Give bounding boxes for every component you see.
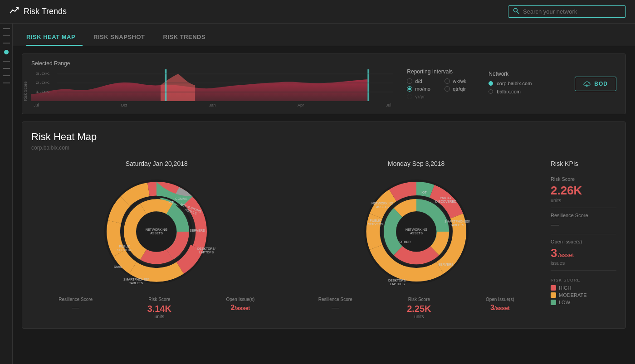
cloud-icon <box>583 81 591 87</box>
interval-yryr-label: yr/yr <box>415 94 425 99</box>
x-label-apr: Apr <box>298 103 304 107</box>
radio-qtrqtr[interactable] <box>444 86 450 92</box>
x-label-oct: Oct <box>121 103 127 107</box>
range-label: Selected Range <box>31 60 393 67</box>
sidebar-item-5 <box>3 68 10 69</box>
interval-dd[interactable]: d/d <box>407 78 437 84</box>
kpi-open-issues-sub: issues <box>551 260 616 266</box>
charts-area: Saturday Jan 20,2018 <box>31 160 542 319</box>
network-section: Network corp.balbix.com balbix.com <box>488 71 561 97</box>
donut-section-2: Monday Sep 3,2018 <box>291 160 542 319</box>
stat-risk-label-2: Risk Score <box>407 297 431 302</box>
svg-point-0 <box>514 9 518 12</box>
legend-section: RISK SCORE HIGH MODERATE L <box>551 278 616 307</box>
stat-resilience-value-1: — <box>59 304 93 312</box>
bod-button-label: BOD <box>594 81 608 87</box>
donut-date-2: Monday Sep 3,2018 <box>388 160 444 167</box>
svg-rect-3 <box>367 69 369 101</box>
stat-risk-value-1: 3.14K <box>147 304 171 314</box>
svg-text:IOT: IOT <box>168 201 174 204</box>
stat-issues-label-2: Open Issue(s) <box>486 297 514 302</box>
heat-map-subtitle: corp.balbix.com <box>31 145 616 151</box>
svg-text:SERVERS: SERVERS <box>368 223 383 226</box>
network-corp[interactable]: corp.balbix.com <box>488 81 561 86</box>
radio-group: d/d wk/wk mo/mo qtr/qtr <box>407 78 475 99</box>
legend-title: RISK SCORE <box>551 278 616 282</box>
kpi-risk-score-block: Risk Score 2.26K units <box>551 172 616 208</box>
svg-text:NETWORKING: NETWORKING <box>405 228 427 231</box>
radio-yryr[interactable] <box>407 94 412 99</box>
kpi-panel: Risk KPIs Risk Score 2.26K units Resilie… <box>551 160 616 319</box>
net-dot-balbix[interactable] <box>488 89 493 94</box>
radio-wkwk[interactable] <box>444 78 450 84</box>
network-label: Network <box>488 71 561 77</box>
svg-text:NETWORKING: NETWORKING <box>146 228 167 231</box>
bod-button[interactable]: BOD <box>575 77 616 91</box>
main-layout: RISK HEAT MAP RISK SNAPSHOT RISK TRENDS … <box>0 24 635 364</box>
radio-momo[interactable] <box>407 86 412 92</box>
search-input[interactable] <box>523 8 621 15</box>
search-bar[interactable] <box>508 5 626 18</box>
stat-issues-2: Open Issue(s) 3/asset <box>486 297 514 319</box>
kpi-resilience-block: Resilience Score — <box>551 208 616 234</box>
interval-wkwk[interactable]: wk/wk <box>444 78 475 84</box>
stat-resilience-1: Resilience Score — <box>59 297 93 319</box>
search-icon <box>513 8 519 15</box>
network-balbix[interactable]: balbix.com <box>488 89 561 94</box>
tab-risk-heat-map[interactable]: RISK HEAT MAP <box>26 27 83 46</box>
svg-text:SMARTPHONES/: SMARTPHONES/ <box>444 220 470 223</box>
svg-text:LAPTOPS: LAPTOPS <box>390 282 405 286</box>
svg-text:DESKTOPS/: DESKTOPS/ <box>197 247 215 250</box>
legend-swatch-moderate <box>551 292 556 298</box>
x-label-jul2: Jul <box>386 103 391 107</box>
svg-text:ASSETS: ASSETS <box>410 232 423 235</box>
svg-text:SMARTPHONES/: SMARTPHONES/ <box>123 278 149 281</box>
sidebar-item-7 <box>3 83 10 83</box>
interval-yryr[interactable]: yr/yr <box>407 94 437 99</box>
svg-text:PUBLIC: PUBLIC <box>119 245 131 248</box>
svg-text:NETWORKING: NETWORKING <box>371 202 393 205</box>
svg-text:ASSETS: ASSETS <box>376 205 389 209</box>
donut-wrapper-1: IOT COMMS NETWORKING ASSETS PUBLIC SERVE… <box>98 173 215 291</box>
interval-wkwk-label: wk/wk <box>453 78 466 84</box>
stat-risk-value-2: 2.25K <box>407 304 431 314</box>
svg-text:COMMS: COMMS <box>176 197 188 200</box>
page-content: Selected Range Risk Score <box>13 46 635 364</box>
heat-map-body: Saturday Jan 20,2018 <box>31 160 616 319</box>
heat-map-card: Risk Heat Map corp.balbix.com Saturday J… <box>22 121 626 329</box>
legend-high: HIGH <box>551 285 616 291</box>
legend-high-label: HIGH <box>559 285 572 291</box>
legend-swatch-low <box>551 300 556 305</box>
x-label-jul: Jul <box>34 103 39 107</box>
chart-y-label: Risk Score <box>23 69 28 101</box>
sidebar <box>0 24 13 364</box>
top-bar: Risk Trends <box>0 0 635 24</box>
interval-momo-label: mo/mo <box>415 86 430 92</box>
donut-date-1: Saturday Jan 20,2018 <box>126 160 188 167</box>
app-title: Risk Trends <box>24 7 67 16</box>
radio-dd[interactable] <box>407 78 412 84</box>
stat-issues-label-1: Open Issue(s) <box>226 297 254 302</box>
stat-issues-unit-2: /asset <box>494 305 510 311</box>
svg-text:PARTLY: PARTLY <box>440 196 452 199</box>
interval-qtrqtr[interactable]: qtr/qtr <box>444 86 475 92</box>
range-chart-section: Selected Range Risk Score <box>31 60 393 107</box>
legend-moderate-label: MODERATE <box>559 292 587 298</box>
svg-text:LAPTOPS: LAPTOPS <box>199 251 214 254</box>
top-bar-left: Risk Trends <box>9 5 67 18</box>
svg-text:PUBLIC: PUBLIC <box>370 219 381 222</box>
sidebar-item-2 <box>3 35 10 36</box>
trend-icon <box>9 5 19 18</box>
svg-text:SERVERS: SERVERS <box>117 248 133 252</box>
sidebar-dot-active <box>4 50 9 54</box>
tab-risk-snapshot[interactable]: RISK SNAPSHOT <box>93 27 152 46</box>
kpi-risk-score-unit: units <box>551 198 616 203</box>
reporting-intervals: Reporting Intervals d/d wk/wk mo/mo <box>407 68 475 99</box>
net-dot-corp[interactable] <box>488 81 493 86</box>
tab-risk-trends[interactable]: RISK TRENDS <box>163 27 213 46</box>
svg-text:1.0K: 1.0K <box>36 90 50 94</box>
svg-text:2.0K: 2.0K <box>36 81 50 85</box>
interval-momo[interactable]: mo/mo <box>407 86 437 92</box>
sidebar-item-4 <box>3 61 10 62</box>
kpi-title: Risk KPIs <box>551 160 616 167</box>
